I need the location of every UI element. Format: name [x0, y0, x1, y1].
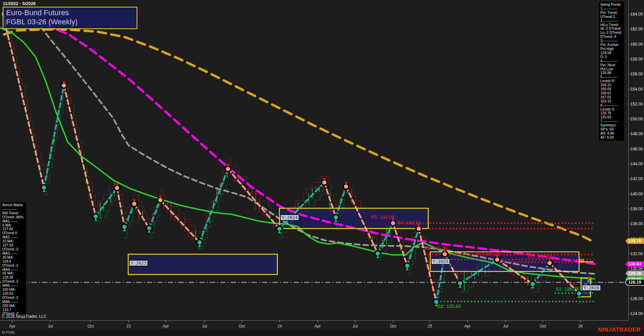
level-label-r1: R1: 130.89 [528, 254, 551, 259]
swing-segment [200, 169, 228, 242]
swing-marker-core [147, 226, 151, 230]
year-label-y-2026[interactable]: Y:2026 [582, 285, 601, 291]
price-axis-label: 142.00 [630, 176, 643, 181]
price-axis-label: 130.00 [630, 266, 643, 271]
level-label-s1: S1: 126.75 [556, 286, 579, 292]
price-axis-label: 138.00 [630, 207, 643, 211]
price-marker-130-63: 130.63 [625, 261, 644, 267]
time-axis-label: Oct [390, 324, 396, 329]
price-axis-label: 150.00 [630, 117, 643, 121]
price-axis-label: 132.00 [630, 251, 643, 256]
swing-pivots-line: Pvt. Trend: [600, 11, 623, 15]
swing-segment [393, 223, 407, 266]
bench-marks-line: DTrend -2 [2, 264, 25, 268]
year-label-y-2025[interactable]: Y:2025 [431, 258, 450, 265]
swing-pivots-line: 6.------------ [600, 103, 623, 107]
ma-line-55-ma [36, 20, 595, 274]
year-label-y-2023[interactable]: Y:2023 [129, 260, 148, 266]
time-axis-label: Oct [88, 324, 94, 329]
price-axis-label: 156.00 [630, 72, 643, 76]
swing-marker-core [417, 226, 421, 231]
price-axis-label: 136.00 [630, 221, 643, 226]
year-label-y-2024[interactable]: Y:2024 [280, 214, 299, 221]
swing-marker-core [443, 252, 447, 256]
last-bar-signal-dot [588, 277, 591, 279]
time-axis-label: 26 [578, 324, 582, 329]
swing-marker-core [158, 198, 162, 202]
swing-marker-core [198, 240, 202, 244]
price-marker-129-38: 129.38 [625, 270, 644, 276]
swing-marker-core [322, 181, 326, 185]
instrument-title: Euro-Bund Futures [6, 8, 134, 17]
swing-segment [64, 86, 96, 216]
level-label-r2: R2: 131.24 [476, 251, 499, 256]
time-axis-label: Apr [464, 324, 471, 329]
bench-marks-line: DTrend -2 [2, 296, 25, 300]
date-range-label: 11/2022 - 5/2026 [3, 1, 36, 6]
bench-marks-panel: Bench Marks------------BM Trend:DTrend -… [1, 202, 26, 317]
swing-segment [124, 204, 134, 227]
swing-marker-core [226, 167, 230, 171]
bench-marks-line: 200 MA: [2, 304, 25, 308]
swing-marker-core [62, 83, 66, 88]
swing-marker-core [122, 225, 127, 229]
swing-pivots-line: 167.01 [600, 95, 623, 99]
swing-marker-core [391, 221, 395, 225]
swing-pivots-line: 128.58 [600, 51, 623, 55]
green-trail-stop-line [44, 97, 589, 308]
level-label-s2: S2: 125.63 [438, 304, 461, 309]
swing-marker-core [405, 264, 409, 268]
swing-pivots-line: 163.15 [600, 99, 623, 103]
bench-marks-line: MA3.------ [2, 251, 25, 256]
time-axis-label: Jul [352, 324, 358, 329]
instrument-tag: W FGBL [2, 330, 15, 334]
price-axis-label: 162.00 [630, 27, 643, 31]
time-axis-label: 24 [277, 324, 282, 329]
instrument-subtitle: FGBL 03-26 (Weekly) [6, 17, 134, 26]
swing-marker-core [458, 281, 462, 285]
time-axis-label: Jul [48, 324, 53, 329]
swing-marker-core [577, 291, 581, 295]
price-axis-label: 154.00 [630, 87, 643, 92]
time-axis-label: Oct [239, 324, 245, 329]
price-marker-128-19: 128.19 [625, 280, 644, 285]
swing-segment [160, 200, 200, 242]
price-axis-label: 144.00 [630, 162, 643, 166]
swing-marker-core [132, 202, 136, 206]
time-axis-label: Apr [163, 324, 169, 329]
swing-segment [44, 86, 64, 188]
level-label-r4: R4: 135.35 [397, 220, 421, 225]
copyright-label: © 2026 NinjaTrader, LLC [2, 314, 46, 319]
swing-pivots-line: 2.------------ [600, 19, 623, 23]
swing-marker-core [495, 258, 499, 262]
level-label-r3: R3: 131.90 [424, 245, 447, 251]
price-axis-label: 152.00 [630, 102, 643, 106]
time-axis-label: Apr [315, 324, 321, 329]
chart-canvas[interactable] [0, 0, 644, 336]
bench-marks-line: 20 MA: [2, 256, 25, 260]
swing-marker-core [94, 214, 98, 218]
swing-pivots-line: Pvt. Next: [600, 63, 623, 67]
time-axis-label: Jul [503, 324, 508, 329]
swing-marker-core [277, 227, 281, 231]
price-marker-133-70: 133.70 [625, 238, 644, 244]
ninjatrader-chart-window: 11/2022 - 5/2026 Euro-Bund Futures FGBL … [0, 0, 644, 336]
price-axis-label: 124.00 [630, 311, 643, 316]
swing-pivots-panel: Swing Pivots1.------------Pvt. Trend:UTr… [599, 2, 624, 141]
time-axis-label: Apr [9, 324, 16, 329]
chart-title-box: Euro-Bund Futures FGBL 03-26 (Weekly) [3, 7, 137, 29]
level-label-f0: F0 [579, 258, 584, 263]
swing-marker-core [334, 215, 338, 219]
year-box-fill [128, 254, 277, 274]
price-axis-label: 164.00 [630, 12, 643, 17]
time-axis-label: Oct [540, 324, 546, 329]
ninjatrader-watermark: NINJATRADER [598, 327, 641, 333]
time-axis-label: 23 [126, 324, 131, 329]
price-axis-label: 148.00 [630, 131, 643, 136]
year-box-fill [279, 208, 428, 229]
time-axis-label: 25 [428, 324, 432, 329]
swing-pivots-line: D: 2 [600, 55, 623, 59]
ma-line-20-ma [0, 28, 595, 279]
time-axis-label: Jul [202, 324, 207, 329]
swing-marker-core [344, 185, 348, 189]
